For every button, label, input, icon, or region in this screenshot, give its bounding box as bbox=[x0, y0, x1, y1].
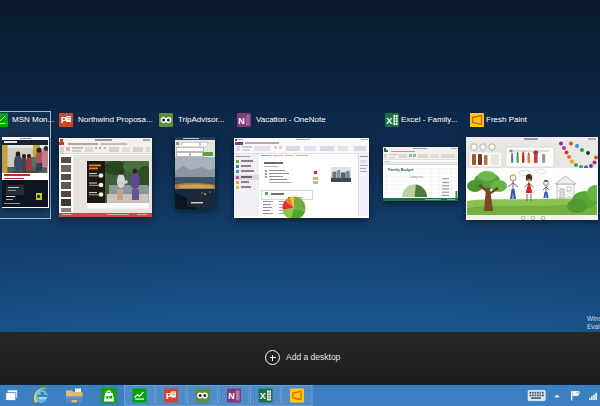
svg-text:X: X bbox=[386, 116, 392, 126]
svg-text:Categories: Categories bbox=[409, 175, 424, 179]
svg-text:N: N bbox=[238, 116, 245, 126]
svg-text:P: P bbox=[61, 115, 67, 125]
svg-text:Family Budget: Family Budget bbox=[388, 168, 414, 172]
